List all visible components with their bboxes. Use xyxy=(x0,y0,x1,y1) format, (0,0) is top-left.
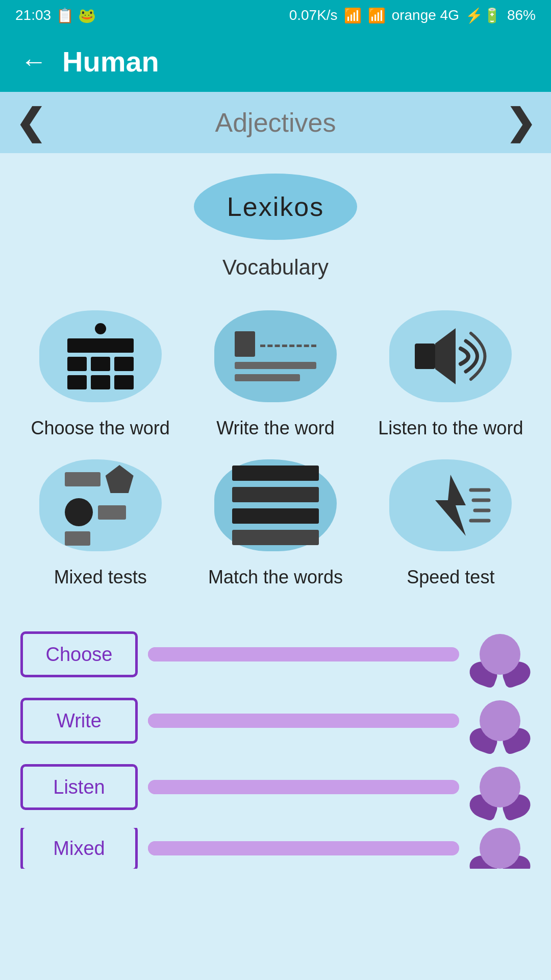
main-content: Lexikos Vocabulary xyxy=(0,153,551,889)
category-name: Adjectives xyxy=(215,107,336,138)
write-the-word-label: Write the word xyxy=(216,418,334,439)
match-the-words-label: Match the words xyxy=(208,567,343,588)
listen-to-the-word-label: Listen to the word xyxy=(378,418,523,439)
progress-row-choose: Choose xyxy=(20,629,531,680)
svg-rect-0 xyxy=(415,344,435,369)
write-progress-bar-container xyxy=(148,714,459,728)
progress-row-mixed: Mixed xyxy=(20,828,531,869)
activity-listen-to-the-word[interactable]: Listen to the word xyxy=(371,305,531,439)
choose-progress-button[interactable]: Choose xyxy=(20,631,138,677)
mixed-tests-label: Mixed tests xyxy=(54,567,147,588)
activity-speed-test[interactable]: Speed test xyxy=(371,454,531,588)
progress-section: Choose Write xyxy=(20,619,531,869)
badge-circle xyxy=(480,634,520,675)
listen-progress-button[interactable]: Listen xyxy=(20,764,138,810)
badge-circle xyxy=(480,700,520,741)
vocabulary-label: Vocabulary xyxy=(222,255,329,280)
listen-icon xyxy=(410,321,491,392)
battery-icon: ⚡🔋 xyxy=(465,7,501,24)
listen-icon-container xyxy=(389,305,512,407)
badge-circle xyxy=(480,767,520,807)
badge-circle xyxy=(480,828,520,869)
status-bar: 21:03 📋 🐸 0.07K/s 📶 📶 orange 4G ⚡🔋 86% xyxy=(0,0,551,31)
header-title: Human xyxy=(62,45,159,78)
write-progress-badge xyxy=(469,690,531,751)
next-category-button[interactable]: ❯ xyxy=(506,102,536,143)
speed-icon xyxy=(410,470,491,541)
write-progress-button[interactable]: Write xyxy=(20,698,138,744)
signal-icon: 📶 xyxy=(368,7,386,24)
speaker-svg xyxy=(410,321,491,392)
choose-progress-bar-fill xyxy=(148,647,428,662)
activity-match-the-words[interactable]: Match the words xyxy=(195,454,355,588)
mixed-progress-bar-container xyxy=(148,841,459,855)
match-icon xyxy=(232,465,319,545)
mixed-progress-button[interactable]: Mixed xyxy=(20,828,138,869)
wifi-icon: 📶 xyxy=(344,7,362,24)
lexikos-badge: Lexikos xyxy=(194,174,357,240)
mixed-icon xyxy=(65,465,136,546)
speed-test-label: Speed test xyxy=(407,567,494,588)
choose-icon xyxy=(67,323,134,389)
progress-row-listen: Listen xyxy=(20,762,531,813)
choose-progress-badge xyxy=(469,624,531,685)
vocabulary-section: Lexikos Vocabulary xyxy=(20,174,531,280)
listen-progress-badge xyxy=(469,756,531,818)
progress-row-write: Write xyxy=(20,695,531,746)
time: 21:03 xyxy=(15,7,51,23)
svg-marker-1 xyxy=(435,475,466,536)
network-speed: 0.07K/s xyxy=(289,7,338,23)
write-icon xyxy=(235,331,316,381)
listen-progress-bar-container xyxy=(148,780,459,794)
activities-grid: Choose the word Write the word xyxy=(20,305,531,588)
write-icon-container xyxy=(214,305,337,407)
write-progress-bar-fill xyxy=(148,714,428,728)
choose-icon-container xyxy=(39,305,162,407)
listen-progress-bar-fill xyxy=(148,780,428,794)
speed-svg xyxy=(410,470,491,541)
choose-the-word-label: Choose the word xyxy=(31,418,170,439)
activity-write-the-word[interactable]: Write the word xyxy=(195,305,355,439)
prev-category-button[interactable]: ❮ xyxy=(15,102,45,143)
carrier: orange 4G xyxy=(392,7,459,23)
back-button[interactable]: ← xyxy=(20,46,47,77)
category-nav: ❮ Adjectives ❯ xyxy=(0,92,551,153)
match-icon-container xyxy=(214,454,337,556)
mixed-icon-container xyxy=(39,454,162,556)
mixed-progress-bar-fill xyxy=(148,841,428,855)
header: ← Human xyxy=(0,31,551,92)
lexikos-logo: Lexikos xyxy=(227,191,324,222)
battery-percent: 86% xyxy=(507,7,536,23)
activity-mixed-tests[interactable]: Mixed tests xyxy=(20,454,180,588)
activity-choose-the-word[interactable]: Choose the word xyxy=(20,305,180,439)
app-icons: 📋 🐸 xyxy=(56,7,96,24)
mixed-progress-badge xyxy=(469,828,531,869)
speed-icon-container xyxy=(389,454,512,556)
choose-progress-bar-container xyxy=(148,647,459,662)
